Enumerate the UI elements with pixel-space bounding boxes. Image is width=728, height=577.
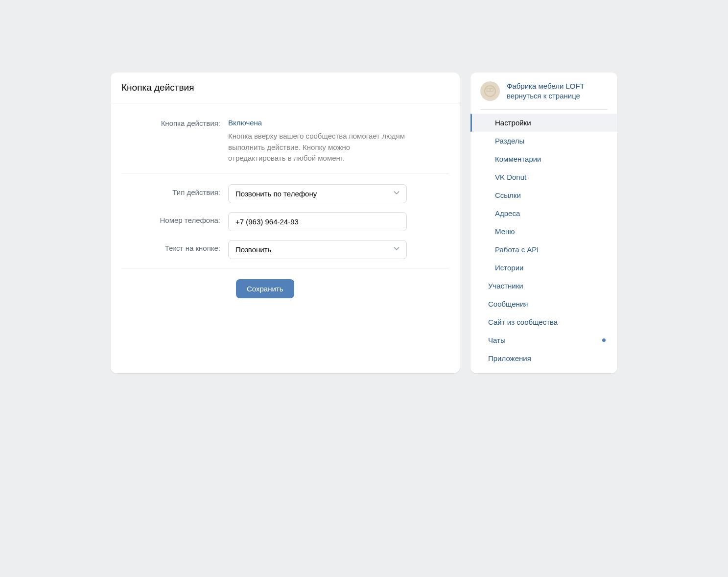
nav-item-website[interactable]: Сайт из сообщества [470, 313, 617, 331]
button-text-select[interactable]: Позвонить [228, 240, 407, 259]
page-title: Кнопка действия [121, 82, 449, 93]
phone-row: Номер телефона: [121, 212, 449, 231]
status-value[interactable]: Включена [228, 115, 407, 127]
back-label: вернуться к странице [507, 91, 585, 101]
button-text-row: Текст на кнопке: Позвонить [121, 240, 449, 259]
notification-dot-icon [602, 338, 606, 342]
panel-header: Кнопка действия [111, 72, 460, 103]
sidebar-nav: Настройки Разделы Комментарии VK Donut С… [470, 110, 617, 367]
main-panel: Кнопка действия Кнопка действия: Включен… [111, 72, 460, 373]
nav-item-sections[interactable]: Разделы [470, 132, 617, 150]
community-name: Фабрика мебели LOFT [507, 81, 585, 91]
save-button[interactable]: Сохранить [236, 279, 294, 298]
phone-input[interactable] [228, 212, 407, 231]
nav-item-menu[interactable]: Меню [470, 222, 617, 240]
divider [121, 173, 449, 173]
action-type-label: Тип действия: [121, 184, 228, 203]
status-row: Кнопка действия: Включена Кнопка вверху … [121, 115, 449, 164]
community-avatar [480, 81, 500, 101]
nav-item-vkdonut[interactable]: VK Donut [470, 168, 617, 186]
button-text-label: Текст на кнопке: [121, 240, 228, 259]
nav-item-chats[interactable]: Чаты [470, 331, 617, 349]
community-link[interactable]: Фабрика мебели LOFT вернуться к странице [507, 81, 585, 101]
sidebar: Фабрика мебели LOFT вернуться к странице… [470, 72, 617, 373]
divider [121, 268, 449, 268]
nav-item-messages[interactable]: Сообщения [470, 295, 617, 313]
nav-item-chats-label: Чаты [488, 336, 506, 344]
phone-label: Номер телефона: [121, 212, 228, 231]
action-type-select[interactable]: Позвонить по телефону [228, 184, 407, 203]
nav-item-comments[interactable]: Комментарии [470, 150, 617, 168]
status-label: Кнопка действия: [121, 115, 228, 164]
nav-item-api[interactable]: Работа с API [470, 240, 617, 259]
action-type-row: Тип действия: Позвонить по телефону [121, 184, 449, 203]
panel-body: Кнопка действия: Включена Кнопка вверху … [111, 103, 460, 309]
nav-item-settings[interactable]: Настройки [470, 114, 617, 132]
nav-item-apps[interactable]: Приложения [470, 349, 617, 367]
nav-item-addresses[interactable]: Адреса [470, 204, 617, 222]
nav-item-links[interactable]: Ссылки [470, 186, 617, 204]
status-description: Кнопка вверху вашего сообщества помогает… [228, 131, 407, 164]
sidebar-header[interactable]: Фабрика мебели LOFT вернуться к странице [480, 72, 608, 110]
nav-item-stories[interactable]: Истории [470, 259, 617, 277]
nav-item-members[interactable]: Участники [470, 277, 617, 295]
